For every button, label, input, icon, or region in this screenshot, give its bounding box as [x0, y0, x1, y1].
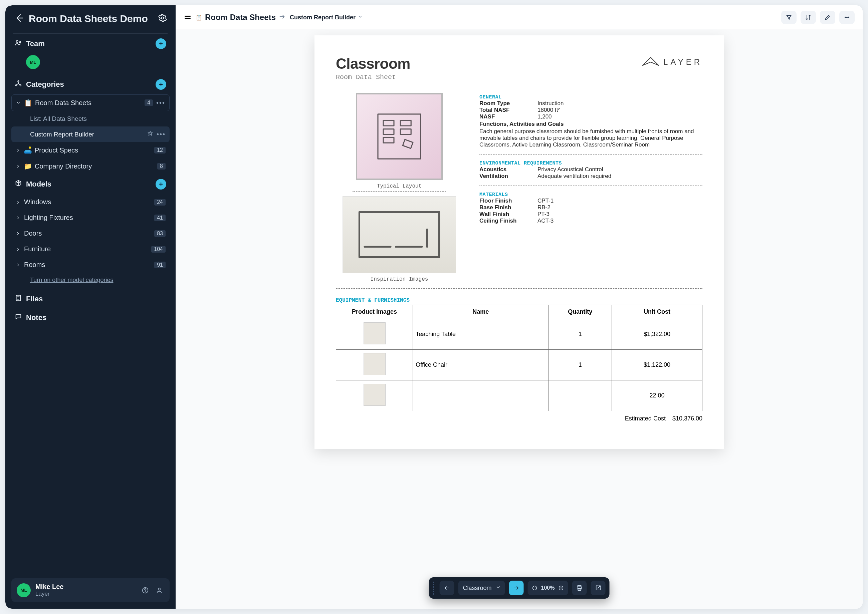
report-title: Classroom [336, 56, 410, 72]
files-label: Files [26, 295, 43, 303]
category-label: Company Directory [35, 163, 154, 170]
category-menu-icon[interactable]: ••• [156, 99, 165, 107]
model-lighting[interactable]: Lighting Fixtures 41 [11, 210, 169, 226]
svg-rect-15 [383, 129, 394, 135]
nasf-v: 1,200 [537, 113, 552, 120]
sub-menu-icon[interactable]: ••• [157, 130, 166, 138]
chevron-right-icon [16, 263, 21, 267]
sub-all-data-sheets[interactable]: List: All Data Sheets [11, 111, 169, 127]
print-button[interactable] [572, 581, 587, 595]
category-room-data-sheets[interactable]: 📋 Room Data Sheets 4 ••• [11, 95, 169, 111]
sub-label: Custom Report Builder [30, 131, 144, 138]
table-row: Office Chair 1 $1,122.00 [336, 350, 702, 380]
row-qty [548, 380, 612, 411]
user-name: Mike Lee [36, 583, 135, 591]
back-icon[interactable] [14, 13, 24, 24]
category-count: 4 [144, 99, 153, 106]
folder-icon: 📁 [24, 162, 31, 170]
breadcrumb-current[interactable]: Custom Report Builder [290, 14, 363, 21]
row-cost: $1,122.00 [612, 350, 702, 380]
star-icon[interactable] [147, 130, 153, 138]
add-team-button[interactable]: + [155, 39, 166, 49]
category-label: Room Data Sheets [35, 99, 141, 107]
svg-point-0 [161, 17, 164, 19]
zoom-in-button[interactable] [558, 585, 564, 591]
page-select[interactable]: Classroom [458, 581, 505, 595]
th-name: Name [413, 305, 548, 319]
team-label: Team [26, 39, 152, 48]
user-avatar[interactable]: ML [17, 583, 31, 597]
chevron-right-icon [16, 164, 21, 169]
next-page-button[interactable] [509, 581, 524, 595]
svg-rect-18 [400, 129, 411, 135]
total-nasf-k: Total NASF [480, 107, 533, 113]
category-count: 12 [154, 147, 166, 154]
chevron-right-icon [16, 148, 21, 152]
vent-k: Ventilation [480, 173, 533, 180]
model-doors[interactable]: Doors 83 [11, 226, 169, 241]
svg-rect-17 [400, 121, 411, 126]
zoom-out-button[interactable] [532, 585, 538, 591]
product-thumb [363, 353, 386, 375]
models-section-header[interactable]: Models + [11, 174, 169, 194]
caption-inspire: Inspiration Images [371, 276, 428, 282]
general-header: GENERAL [480, 95, 702, 100]
model-count: 41 [154, 215, 166, 221]
chevron-down-icon [16, 101, 21, 105]
category-company-directory[interactable]: 📁 Company Directory 8 [11, 158, 169, 174]
profile-icon[interactable] [154, 585, 164, 595]
th-cost: Unit Cost [612, 305, 702, 319]
team-section-header[interactable]: Team + [11, 34, 169, 54]
env-header: ENVIRONMENTAL REQUIREMENTS [480, 161, 702, 166]
layout-image [356, 93, 443, 180]
model-label: Rooms [24, 261, 151, 268]
more-button[interactable] [839, 11, 855, 24]
base-k: Base Finish [480, 204, 533, 211]
room-type-v: Instruction [537, 100, 564, 107]
svg-point-8 [145, 592, 145, 592]
page-select-value: Classroom [463, 585, 492, 592]
turn-on-link[interactable]: Turn on other model categories [11, 273, 169, 290]
materials-header: MATERIALS [480, 192, 702, 198]
files-section[interactable]: Files [5, 290, 175, 309]
team-icon [15, 39, 22, 48]
categories-section-header[interactable]: Categories + [11, 74, 169, 95]
menu-icon[interactable] [183, 13, 192, 22]
row-name: Office Chair [413, 350, 548, 380]
category-product-specs[interactable]: 🛋️ Product Specs 12 [11, 142, 169, 158]
sidebar-title: Room Data Sheets Demo [29, 13, 154, 25]
breadcrumb-root[interactable]: Room Data Sheets [205, 13, 276, 22]
svg-rect-16 [383, 138, 394, 143]
model-windows[interactable]: Windows 24 [11, 194, 169, 210]
model-count: 104 [151, 246, 166, 253]
row-qty: 1 [548, 319, 612, 350]
filter-button[interactable] [781, 11, 797, 24]
est-value: $10,376.00 [672, 415, 702, 422]
gear-icon[interactable] [158, 14, 167, 24]
breadcrumb-label: Custom Report Builder [290, 14, 356, 21]
edit-button[interactable] [820, 11, 835, 24]
floor-k: Floor Finish [480, 198, 533, 204]
sub-custom-report-builder[interactable]: Custom Report Builder ••• [11, 127, 169, 142]
svg-point-12 [848, 17, 849, 18]
table-row: Teaching Table 1 $1,322.00 [336, 319, 702, 350]
th-image: Product Images [336, 305, 413, 319]
add-category-button[interactable]: + [155, 79, 166, 90]
svg-point-2 [19, 41, 21, 43]
model-label: Windows [24, 198, 151, 206]
model-furniture[interactable]: Furniture 104 [11, 241, 169, 257]
prev-page-button[interactable] [440, 581, 454, 595]
sub-label: List: All Data Sheets [30, 115, 166, 122]
model-rooms[interactable]: Rooms 91 [11, 257, 169, 273]
team-member-avatar[interactable]: ML [26, 55, 40, 69]
svg-rect-19 [403, 140, 413, 149]
add-model-button[interactable]: + [155, 179, 166, 189]
sort-button[interactable] [801, 11, 816, 24]
open-external-button[interactable] [590, 581, 605, 595]
chevron-down-icon [357, 14, 363, 21]
drag-handle-icon[interactable] [433, 581, 436, 595]
model-label: Doors [24, 229, 151, 237]
help-icon[interactable] [140, 585, 150, 595]
notes-section[interactable]: Notes [5, 309, 175, 327]
row-qty: 1 [548, 350, 612, 380]
